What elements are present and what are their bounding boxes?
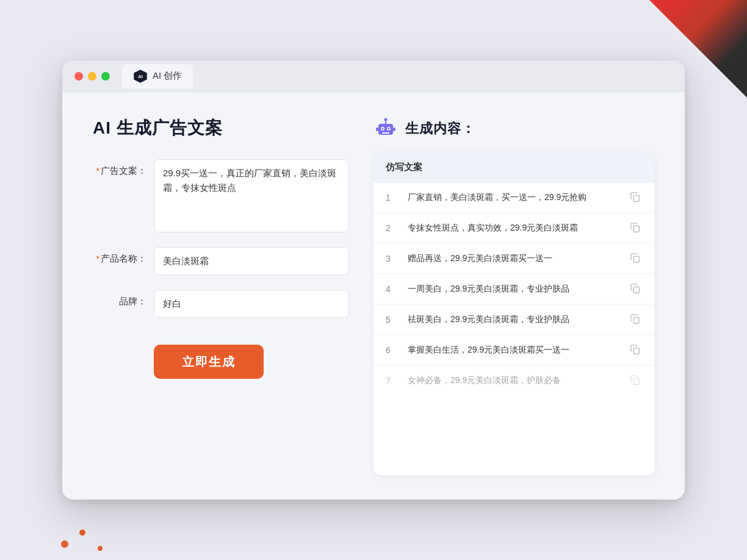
left-panel: AI 生成广告文案 *广告文案： 29.9买一送一，真正的厂家直销，美白淡斑霜，…: [93, 117, 349, 475]
result-number: 2: [386, 223, 398, 233]
svg-rect-15: [633, 287, 639, 293]
result-row: 1厂家直销，美白淡斑霜，买一送一，29.9元抢购: [374, 182, 654, 213]
minimize-button[interactable]: [88, 72, 96, 81]
ai-tab[interactable]: AI AI 创作: [122, 64, 193, 88]
result-number: 3: [386, 254, 398, 264]
brand-input[interactable]: [154, 290, 349, 318]
result-row: 6掌握美白生活，29.9元美白淡斑霜买一送一: [374, 335, 654, 365]
required-star-ad: *: [96, 165, 99, 176]
svg-point-6: [388, 128, 390, 130]
ad-copy-row: *广告文案： 29.9买一送一，真正的厂家直销，美白淡斑霜，专抹女性斑点: [93, 159, 349, 232]
right-panel: 生成内容： 仿写文案 1厂家直销，美白淡斑霜，买一送一，29.9元抢购 2专抹女…: [374, 117, 654, 475]
svg-point-8: [384, 118, 388, 121]
close-button[interactable]: [74, 72, 83, 81]
ai-tab-icon: AI: [133, 69, 148, 84]
maximize-button[interactable]: [101, 72, 110, 81]
copy-icon[interactable]: [630, 222, 642, 234]
result-row: 4一周美白，29.9元美白淡斑霜，专业护肤品: [374, 274, 654, 304]
svg-rect-17: [633, 348, 639, 354]
copy-icon[interactable]: [630, 375, 642, 387]
dot-decoration-1: [61, 540, 68, 548]
ad-copy-label: *广告文案：: [93, 159, 154, 177]
brand-label: 品牌：: [93, 290, 154, 307]
copy-icon[interactable]: [630, 283, 642, 295]
copy-icon[interactable]: [630, 253, 642, 265]
dot-decoration-3: [98, 546, 103, 551]
results-header: 仿写文案: [374, 153, 654, 182]
result-number: 4: [386, 284, 398, 294]
svg-rect-13: [633, 226, 639, 232]
results-list: 1厂家直销，美白淡斑霜，买一送一，29.9元抢购 2专抹女性斑点，真实功效，29…: [374, 182, 654, 395]
result-number: 7: [386, 376, 398, 386]
product-name-input[interactable]: [154, 247, 349, 275]
svg-rect-14: [633, 256, 639, 262]
svg-rect-12: [633, 195, 639, 201]
result-text: 掌握美白生活，29.9元美白淡斑霜买一送一: [408, 343, 620, 356]
result-row: 5祛斑美白，29.9元美白淡斑霜，专业护肤品: [374, 304, 654, 335]
generate-button[interactable]: 立即生成: [154, 345, 264, 379]
result-text: 赠品再送，29.9元美白淡斑霜买一送一: [408, 252, 620, 265]
dot-decoration-2: [79, 529, 85, 536]
results-area: 仿写文案 1厂家直销，美白淡斑霜，买一送一，29.9元抢购 2专抹女性斑点，真实…: [374, 153, 654, 475]
right-header: 生成内容：: [374, 117, 654, 141]
copy-icon[interactable]: [630, 314, 642, 326]
result-text: 祛斑美白，29.9元美白淡斑霜，专业护肤品: [408, 313, 620, 326]
svg-rect-10: [376, 127, 378, 131]
result-row: 3赠品再送，29.9元美白淡斑霜买一送一: [374, 243, 654, 274]
traffic-lights: [74, 72, 110, 81]
right-title: 生成内容：: [405, 120, 475, 138]
svg-text:AI: AI: [138, 74, 143, 79]
result-text: 女神必备，29.9元美白淡斑霜，护肤必备: [408, 374, 620, 387]
result-number: 1: [386, 193, 398, 203]
result-text: 一周美白，29.9元美白淡斑霜，专业护肤品: [408, 282, 620, 295]
robot-icon: [374, 117, 398, 141]
tab-title: AI 创作: [153, 70, 182, 82]
title-bar: AI AI 创作: [62, 60, 685, 92]
result-number: 5: [386, 315, 398, 325]
svg-rect-9: [382, 132, 389, 134]
copy-icon[interactable]: [630, 344, 642, 356]
svg-rect-18: [633, 378, 639, 384]
result-row: 2专抹女性斑点，真实功效，29.9元美白淡斑霜: [374, 213, 654, 243]
brand-row: 品牌：: [93, 290, 349, 318]
browser-window: AI AI 创作 AI 生成广告文案 *广告文案： 29.9买一送一，真正的厂家…: [62, 60, 685, 500]
result-text: 专抹女性斑点，真实功效，29.9元美白淡斑霜: [408, 221, 620, 234]
ad-copy-input[interactable]: 29.9买一送一，真正的厂家直销，美白淡斑霜，专抹女性斑点: [154, 159, 349, 232]
copy-icon[interactable]: [630, 192, 642, 204]
result-row: 7女神必备，29.9元美白淡斑霜，护肤必备: [374, 365, 654, 395]
main-content: AI 生成广告文案 *广告文案： 29.9买一送一，真正的厂家直销，美白淡斑霜，…: [62, 92, 685, 500]
required-star-product: *: [96, 253, 99, 264]
svg-point-5: [382, 128, 384, 130]
svg-rect-11: [393, 127, 395, 131]
product-name-label: *产品名称：: [93, 247, 154, 265]
result-text: 厂家直销，美白淡斑霜，买一送一，29.9元抢购: [408, 191, 620, 204]
result-number: 6: [386, 345, 398, 355]
svg-rect-16: [633, 317, 639, 323]
product-name-row: *产品名称：: [93, 247, 349, 275]
page-title: AI 生成广告文案: [93, 117, 349, 140]
